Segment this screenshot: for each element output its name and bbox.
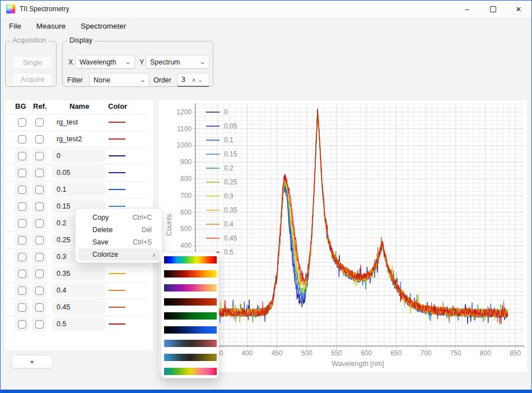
x-axis-label: X (68, 55, 73, 70)
filter-select[interactable]: None ⌄ (89, 73, 150, 87)
acquire-button[interactable]: Acquire (12, 73, 53, 86)
series-name[interactable]: 0.1 (57, 186, 66, 193)
context-menu-item-copy[interactable]: CopyCtrl+C (78, 211, 160, 224)
menu-file[interactable]: File (9, 22, 21, 30)
colormap-swatch-plasma[interactable] (164, 284, 217, 292)
colormap-swatch-blue-dark-red[interactable] (164, 340, 217, 347)
ref-checkbox[interactable] (35, 169, 44, 177)
menu-measure[interactable]: Measure (36, 22, 66, 30)
series-color-line[interactable] (109, 122, 125, 123)
maximize-button[interactable] (480, 1, 506, 17)
ref-checkbox[interactable] (35, 236, 44, 244)
svg-text:0.15: 0.15 (224, 150, 237, 158)
series-color-line[interactable] (109, 206, 125, 207)
order-stepper[interactable]: 3 ∧⌄ (177, 73, 209, 87)
series-name[interactable]: 0.4 (57, 286, 66, 294)
ref-checkbox[interactable] (35, 186, 44, 194)
series-name[interactable]: 0.15 (57, 202, 70, 210)
series-name[interactable]: 0.5 (57, 320, 66, 328)
table-row[interactable]: 0.05 (5, 164, 153, 181)
svg-text:850: 850 (510, 349, 521, 357)
colormap-swatch-rainbow-light[interactable] (164, 368, 217, 375)
bg-checkbox[interactable] (18, 303, 26, 312)
table-row[interactable]: 0.1 (5, 181, 153, 198)
series-name[interactable]: 0.3 (57, 253, 66, 261)
bg-checkbox[interactable] (18, 118, 26, 127)
spinner-up-down-icons[interactable]: ∧⌄ (192, 77, 205, 83)
colormap-swatch-black-green[interactable] (164, 312, 217, 320)
series-name[interactable]: 0.2 (57, 219, 66, 227)
svg-text:700: 700 (421, 349, 432, 357)
menu-spectrometer[interactable]: Spectrometer (81, 22, 126, 30)
bg-checkbox[interactable] (18, 320, 26, 329)
chevron-down-icon: ⌄ (139, 76, 146, 84)
ref-checkbox[interactable] (35, 303, 44, 312)
minimize-button[interactable]: – (454, 1, 480, 17)
bg-checkbox[interactable] (18, 186, 26, 194)
svg-text:0.1: 0.1 (224, 136, 234, 144)
minimize-icon: – (465, 5, 469, 13)
table-row[interactable]: 0.35 (5, 265, 153, 282)
series-color-line[interactable] (109, 290, 125, 291)
series-name[interactable]: 0.25 (57, 236, 70, 244)
ref-checkbox[interactable] (35, 118, 44, 127)
add-series-button[interactable]: + (11, 355, 53, 368)
bg-checkbox[interactable] (18, 202, 26, 211)
table-row[interactable]: 0.45 (5, 299, 153, 316)
context-menu-item-colorize[interactable]: Colorize› (78, 248, 160, 261)
colormap-swatch-black-blue[interactable] (164, 326, 217, 334)
colormap-swatch-black-red[interactable] (164, 298, 217, 306)
ref-checkbox[interactable] (35, 135, 44, 144)
svg-text:700: 700 (180, 192, 192, 200)
ref-checkbox[interactable] (35, 253, 44, 261)
svg-text:0.05: 0.05 (224, 122, 237, 130)
colormap-swatch-hot[interactable] (164, 270, 217, 278)
bg-checkbox[interactable] (18, 236, 26, 244)
series-name: rg_test (57, 118, 78, 126)
y-axis-select[interactable]: Spectrum ⌄ (146, 55, 209, 69)
ref-checkbox[interactable] (35, 202, 44, 211)
ref-checkbox[interactable] (35, 320, 44, 329)
context-menu-item-delete[interactable]: DeleteDel (78, 224, 160, 236)
series-color-line[interactable] (109, 155, 125, 156)
series-color-line[interactable] (109, 307, 125, 308)
colormap-swatch-cyan-dark-olive[interactable] (164, 354, 217, 361)
acquisition-group: Acquisition Single Acquire (5, 41, 57, 87)
bg-checkbox[interactable] (18, 169, 26, 177)
svg-text:400: 400 (180, 242, 192, 249)
series-color-line[interactable] (109, 323, 125, 325)
series-name[interactable]: 0.05 (57, 169, 70, 177)
filter-label: Filter (67, 73, 83, 87)
table-row[interactable]: 0.4 (5, 282, 153, 299)
table-row[interactable]: 0.5 (5, 316, 153, 332)
context-menu-item-save[interactable]: SaveCtrl+S (78, 236, 160, 248)
bg-checkbox[interactable] (18, 152, 26, 160)
close-button[interactable]: ✕ (506, 1, 531, 17)
series-name[interactable]: 0.45 (57, 303, 70, 311)
bg-checkbox[interactable] (18, 253, 26, 261)
bg-checkbox[interactable] (18, 219, 26, 228)
single-button[interactable]: Single (12, 56, 53, 69)
colormap-swatch-jet[interactable] (164, 256, 217, 263)
bg-checkbox[interactable] (18, 270, 26, 278)
bg-checkbox[interactable] (18, 286, 26, 295)
table-row[interactable]: 0 (5, 147, 153, 164)
bg-checkbox[interactable] (18, 135, 26, 144)
series-name[interactable]: 0 (57, 152, 60, 160)
ref-checkbox[interactable] (35, 152, 44, 160)
shortcut-label: Del (142, 226, 152, 234)
table-row[interactable]: rg_test2 (5, 131, 153, 147)
title-bar[interactable]: TII Spectrometry – ✕ (1, 1, 531, 17)
svg-text:0.45: 0.45 (224, 234, 237, 242)
series-color-line[interactable] (109, 172, 125, 173)
series-name[interactable]: 0.35 (57, 270, 70, 278)
ref-checkbox[interactable] (35, 286, 44, 295)
table-row[interactable]: rg_test (5, 114, 153, 131)
x-axis-select[interactable]: Wavelength ⌄ (75, 55, 135, 69)
series-color-line[interactable] (109, 138, 125, 140)
ref-checkbox[interactable] (35, 219, 44, 228)
series-color-line[interactable] (109, 189, 125, 190)
svg-text:600: 600 (180, 209, 192, 216)
series-color-line[interactable] (109, 273, 125, 274)
ref-checkbox[interactable] (35, 270, 44, 278)
